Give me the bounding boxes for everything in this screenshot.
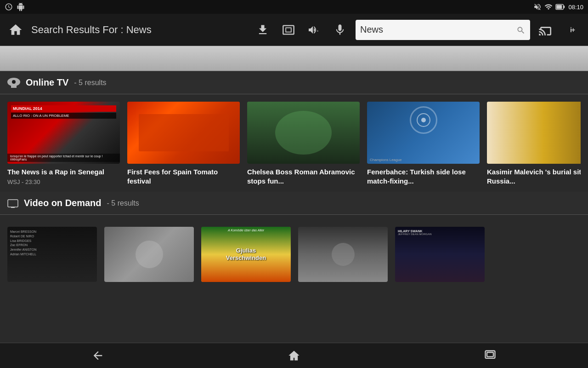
recents-button[interactable] [476, 345, 504, 366]
bottom-nav [0, 343, 588, 368]
card-3-title: Chelsea Boss Roman Abramovic stops fun..… [247, 167, 360, 185]
vod-content: Marcei BRESSONRobert DE NIROLisa BRIDGES… [0, 215, 588, 282]
video-thumb-4: Champions League [367, 102, 480, 164]
search-icon [516, 24, 526, 35]
vod-icon [7, 198, 18, 208]
vod-thumb-5: HILARY SWANK JEFFREY DEAN MORGAN [395, 227, 485, 282]
vod-thumb-3: A Komödie über das Alter GjuliasVerschwi… [201, 227, 291, 282]
vod-card-2[interactable] [104, 227, 194, 282]
svg-text:+: + [317, 29, 319, 33]
vod-title: Video on Demand [24, 198, 102, 208]
back-button[interactable] [84, 345, 112, 366]
home-nav-button[interactable] [280, 345, 308, 366]
vod-cards-row: Marcei BRESSONRobert DE NIROLisa BRIDGES… [7, 222, 581, 282]
card-4-title: Fenerbahce: Turkish side lose match-fixi… [367, 167, 480, 185]
vod-thumb-4 [298, 227, 388, 282]
android-icon [17, 3, 25, 11]
vod-count: - 5 results [107, 199, 139, 207]
import-button[interactable] [252, 19, 274, 41]
screen-mirror-button[interactable] [277, 19, 300, 41]
card-5-title: Kasimir Malevich 's burial site in Russi… [487, 167, 581, 185]
online-tv-section-header: Online TV - 5 results [0, 71, 588, 94]
info-button[interactable]: i+ [561, 19, 583, 41]
status-bar-right: 08:10 [533, 3, 583, 11]
battery-icon [555, 4, 565, 10]
online-tv-title: Online TV [26, 77, 68, 88]
video-thumb-1: MUNDIAL 2014 ALLO RIO : ON A UN PROBLEME… [7, 102, 120, 164]
search-results-title: Search Results For : News [31, 24, 247, 36]
video-thumb-5: CITV [487, 102, 581, 164]
cast-button[interactable] [535, 19, 557, 41]
vod-card-4[interactable] [298, 227, 388, 282]
status-bar-left [5, 3, 25, 11]
online-tv-card-4[interactable]: Champions League Fenerbahce: Turkish sid… [367, 102, 480, 185]
video-thumb-2 [127, 102, 240, 164]
video-thumb-3 [247, 102, 360, 164]
home-button[interactable] [5, 19, 27, 41]
toolbar-icons: + [252, 19, 351, 41]
vod-card-3[interactable]: A Komödie über das Alter GjuliasVerschwi… [201, 227, 291, 282]
vod-section-header: Video on Demand - 5 results [0, 192, 588, 215]
clock-icon [5, 3, 13, 11]
svg-rect-1 [557, 5, 562, 9]
volume-button[interactable]: + [303, 19, 325, 41]
vod-thumb-1: Marcei BRESSONRobert DE NIROLisa BRIDGES… [7, 227, 97, 282]
banner-area [0, 46, 588, 71]
online-tv-card-2[interactable]: First Fees for Spain Tomato festival [127, 102, 240, 185]
svg-rect-2 [564, 6, 565, 8]
online-tv-card-5[interactable]: CITV Kasimir Malevich 's burial site in … [487, 102, 581, 185]
online-tv-cards-row: MUNDIAL 2014 ALLO RIO : ON A UN PROBLEME… [7, 102, 581, 185]
svg-rect-5 [8, 200, 18, 207]
online-tv-card-1[interactable]: MUNDIAL 2014 ALLO RIO : ON A UN PROBLEME… [7, 102, 120, 185]
search-input[interactable]: News [360, 24, 516, 35]
time-display: 08:10 [568, 4, 583, 11]
vod-thumb-2 [104, 227, 194, 282]
vod-card-1[interactable]: Marcei BRESSONRobert DE NIROLisa BRIDGES… [7, 227, 97, 282]
mute-icon [533, 3, 542, 11]
card-2-title: First Fees for Spain Tomato festival [127, 167, 240, 185]
mic-button[interactable] [329, 19, 351, 41]
online-tv-content: MUNDIAL 2014 ALLO RIO : ON A UN PROBLEME… [0, 94, 588, 185]
svg-rect-6 [11, 207, 15, 208]
wifi-signal-icon [544, 3, 553, 11]
online-tv-card-3[interactable]: Chelsea Boss Roman Abramovic stops fun..… [247, 102, 360, 185]
status-bar: 08:10 [0, 0, 588, 14]
online-tv-icon [7, 77, 20, 88]
card-1-meta: WSJ - 23:30 [7, 178, 120, 185]
online-tv-count: - 5 results [74, 79, 106, 87]
svg-rect-8 [487, 352, 493, 356]
card-1-title: The News is a Rap in Senegal [7, 167, 120, 177]
top-bar: Search Results For : News + [0, 14, 588, 46]
vod-card-5[interactable]: HILARY SWANK JEFFREY DEAN MORGAN [395, 227, 485, 282]
svg-point-4 [12, 80, 16, 84]
search-box[interactable]: News [356, 20, 530, 40]
